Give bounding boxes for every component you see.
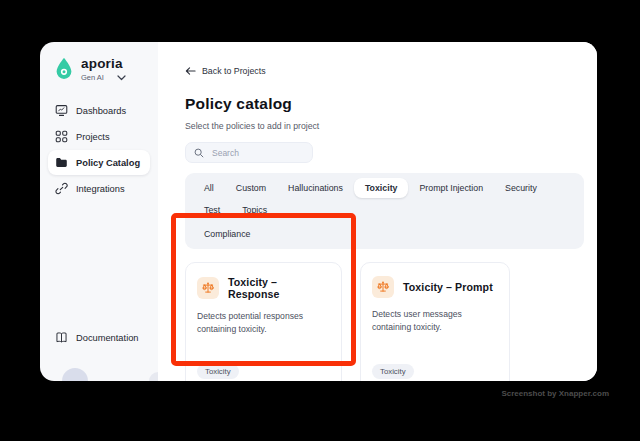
search-icon xyxy=(194,148,204,158)
avatar[interactable] xyxy=(62,368,88,381)
tab-custom[interactable]: Custom xyxy=(225,178,277,198)
book-icon xyxy=(55,331,68,344)
sidebar-item-integrations[interactable]: Integrations xyxy=(48,176,150,201)
app-window: aporia Gen AI Dashboards Projects xyxy=(40,42,597,381)
tab-prompt-injection[interactable]: Prompt Injection xyxy=(408,178,494,198)
filter-tabs: All Custom Hallucinations Toxicity Promp… xyxy=(185,173,584,249)
sidebar-item-documentation[interactable]: Documentation xyxy=(48,325,150,350)
tab-compliance[interactable]: Compliance xyxy=(193,224,261,244)
sidebar-item-label: Dashboards xyxy=(76,106,126,116)
tab-all[interactable]: All xyxy=(193,178,225,198)
card-tag: Toxicity xyxy=(372,364,414,379)
page-title: Policy catalog xyxy=(185,95,585,113)
back-to-projects-link[interactable]: Back to Projects xyxy=(185,66,266,76)
sidebar: aporia Gen AI Dashboards Projects xyxy=(40,42,158,381)
watermark: Screenshot by Xnapper.com xyxy=(501,389,609,398)
tab-security[interactable]: Security xyxy=(494,178,548,198)
card-description: Detects user messages containing toxicit… xyxy=(372,308,498,334)
card-tag: Toxicity xyxy=(197,364,239,379)
search-box[interactable] xyxy=(185,142,313,163)
tab-hallucinations[interactable]: Hallucinations xyxy=(277,178,354,198)
sidebar-item-label: Documentation xyxy=(76,333,139,343)
sidebar-item-policy-catalog[interactable]: Policy Catalog xyxy=(48,150,150,175)
tab-test[interactable]: Test xyxy=(193,200,231,220)
grid-icon xyxy=(55,130,68,143)
sidebar-item-dashboards[interactable]: Dashboards xyxy=(48,98,150,123)
back-label: Back to Projects xyxy=(202,66,266,76)
workspace-name: Gen AI xyxy=(81,73,104,82)
aporia-logo-icon xyxy=(54,57,74,82)
search-input[interactable] xyxy=(210,147,304,159)
policy-card-toxicity-response[interactable]: Toxicity – Response Detects potential re… xyxy=(185,262,342,381)
main-content: Back to Projects Policy catalog Select t… xyxy=(158,42,597,381)
brand-name: aporia xyxy=(81,57,126,70)
card-description: Detects potential responses containing t… xyxy=(197,310,330,336)
workspace-switcher[interactable]: aporia Gen AI xyxy=(48,57,150,82)
link-icon xyxy=(55,182,68,195)
scales-icon xyxy=(372,276,394,298)
sidebar-item-label: Policy Catalog xyxy=(76,158,140,168)
dashboard-icon xyxy=(55,104,68,117)
card-title: Toxicity – Response xyxy=(228,276,330,300)
scales-icon xyxy=(197,277,219,299)
policy-cards: Toxicity – Response Detects potential re… xyxy=(185,262,585,381)
folder-icon xyxy=(55,156,68,169)
chevron-down-icon xyxy=(117,75,126,81)
page-subtitle: Select the policies to add in project xyxy=(185,121,585,131)
tab-toxicity[interactable]: Toxicity xyxy=(354,178,409,198)
sidebar-item-projects[interactable]: Projects xyxy=(48,124,150,149)
sidebar-item-label: Integrations xyxy=(76,184,125,194)
sidebar-item-label: Projects xyxy=(76,132,110,142)
policy-card-toxicity-prompt[interactable]: Toxicity – Prompt Detects user messages … xyxy=(360,262,510,381)
arrow-left-icon xyxy=(185,66,196,76)
card-title: Toxicity – Prompt xyxy=(403,281,493,293)
tab-topics[interactable]: Topics xyxy=(231,200,278,220)
